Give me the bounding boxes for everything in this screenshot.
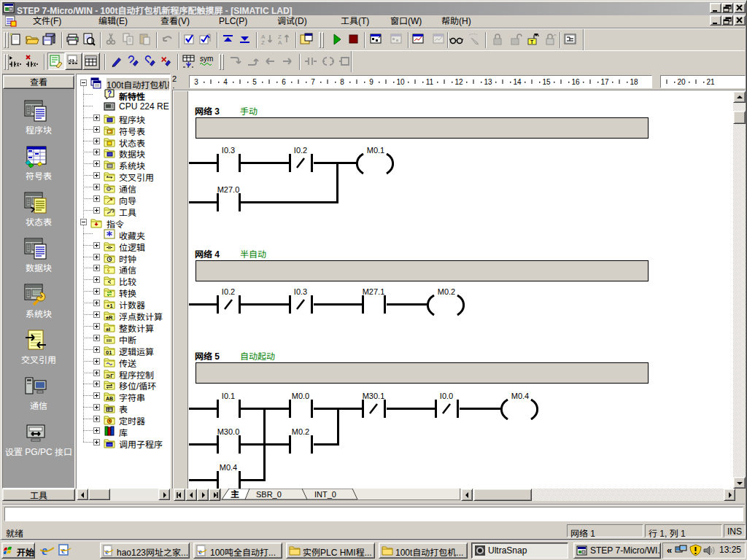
svg-text:±R: ±R (106, 314, 113, 321)
svg-text:18: 18 (630, 78, 638, 86)
svg-text:7: 7 (311, 78, 315, 86)
svg-text:4: 4 (223, 78, 228, 86)
svg-text:5: 5 (252, 78, 257, 86)
svg-text:AB: AB (106, 396, 113, 401)
svg-text:16: 16 (571, 78, 580, 86)
svg-text:+1: +1 (107, 303, 113, 309)
svg-text:15: 15 (542, 78, 551, 86)
svg-text:20: 20 (677, 78, 686, 86)
svg-text:主: 主 (231, 489, 239, 499)
svg-text:INT_0: INT_0 (314, 490, 336, 499)
svg-text:01: 01 (106, 349, 112, 356)
svg-text:Z: Z (261, 39, 265, 46)
svg-text:sym: sym (200, 55, 213, 63)
svg-text:21: 21 (706, 78, 715, 86)
svg-text:SBR_0: SBR_0 (256, 490, 282, 499)
svg-text:6: 6 (282, 78, 286, 86)
svg-text:11: 11 (426, 78, 434, 86)
svg-text:13: 13 (484, 78, 492, 86)
svg-text:T: T (530, 39, 534, 44)
svg-text:8: 8 (340, 78, 344, 86)
svg-text:±I: ±I (106, 326, 110, 332)
svg-text:3: 3 (194, 78, 198, 86)
svg-text:17: 17 (600, 78, 609, 86)
svg-text:A: A (278, 39, 282, 46)
svg-text:9: 9 (369, 78, 374, 86)
svg-text:12: 12 (454, 78, 463, 86)
svg-text:14: 14 (513, 78, 522, 86)
svg-text:10: 10 (396, 78, 405, 86)
svg-text:?: ? (107, 90, 112, 98)
